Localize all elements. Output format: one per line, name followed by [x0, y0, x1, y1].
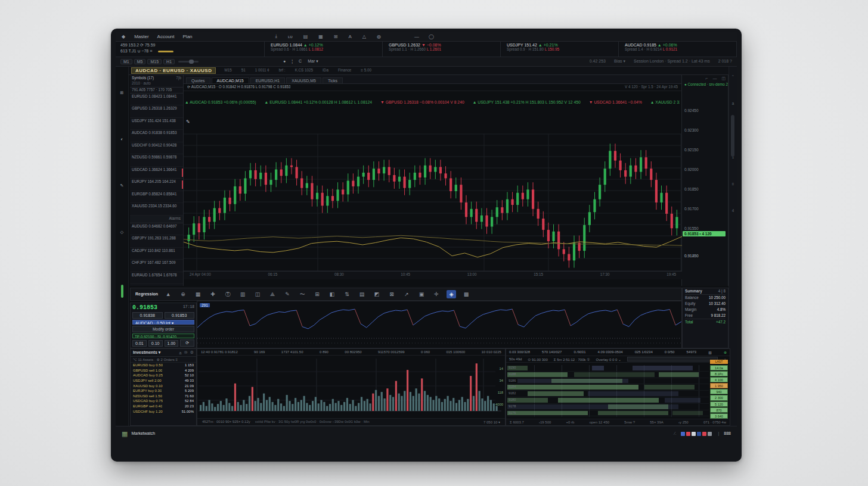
marker-icon[interactable]: ◇: [120, 230, 123, 235]
marketwatch-icon[interactable]: ▦: [122, 430, 128, 438]
delete-icon[interactable]: ⊠: [387, 290, 396, 298]
menu-plan[interactable]: Plan: [179, 33, 197, 40]
left-strip-indicator[interactable]: [121, 285, 123, 298]
position-row[interactable]: USDCHF buy 1.2051.00%: [131, 409, 196, 414]
crosshair-icon[interactable]: ✚: [208, 290, 218, 298]
watchlist-row[interactable]: XAUUSD 2334.15 2334.60: [130, 203, 183, 216]
position-row[interactable]: GBPUSD sell 1.004 209: [131, 368, 196, 373]
watchlist-row[interactable]: EURJPY 164.205 164.224: [130, 179, 183, 191]
position-row[interactable]: AUDCAD buy 0.2552 10: [131, 373, 196, 378]
autotrade-icon[interactable]: A: [346, 33, 354, 40]
add-panel-icon[interactable]: ⊞: [312, 290, 322, 298]
strip-glyph[interactable]: 4: [732, 209, 734, 213]
ladder-cell[interactable]: 3 640: [710, 413, 728, 419]
position-row[interactable]: USDCAD buy 0.7552 84: [131, 398, 196, 404]
volume-bar-chart[interactable]: [197, 356, 505, 417]
edit-icon[interactable]: ✎: [120, 183, 124, 188]
wave-tool-icon[interactable]: 〜: [297, 290, 307, 298]
grid-icon[interactable]: ▦: [193, 290, 203, 298]
minimize-icon[interactable]: —: [412, 33, 421, 40]
collapse-icon[interactable]: ⌐: [705, 76, 708, 81]
shade-icon[interactable]: ◩: [372, 290, 382, 298]
triangle-tool-icon[interactable]: ⟁: [268, 290, 277, 298]
timeframe-h1[interactable]: H1: [163, 59, 175, 64]
tab-eurusd-h1[interactable]: EURUSD,H1: [250, 77, 285, 83]
text-tool-icon[interactable]: Ⓣ: [223, 290, 232, 298]
minimize-icon[interactable]: —: [712, 76, 717, 81]
depth-filter-input[interactable]: [627, 357, 718, 362]
ladder-cell[interactable]: 8.1Pc: [710, 371, 728, 376]
snapshot-icon[interactable]: ▣: [417, 290, 426, 298]
toolbar-item[interactable]: ¦: [292, 59, 293, 64]
split-view-icon[interactable]: ◫: [253, 290, 262, 298]
trendline-icon[interactable]: ↗: [402, 290, 411, 298]
buy-button[interactable]: 0.91853: [165, 312, 195, 319]
selected-symbols[interactable]: AUDCAD · EURUSD · XAUUSD: [131, 67, 216, 74]
timeframe-m5[interactable]: M5: [134, 59, 146, 64]
watchlist-row[interactable]: NZDUSD 0.59861 0.59878: [130, 154, 183, 167]
status-label[interactable]: Marketwatch: [131, 431, 155, 436]
timeframe-m1[interactable]: M1: [120, 59, 132, 64]
watchlist-row[interactable]: USDCHF 0.90412 0.90428: [130, 142, 183, 155]
strip-glyph[interactable]: ≡: [732, 182, 734, 186]
ladder-cell[interactable]: 14.0a: [710, 365, 728, 370]
zoom-slider[interactable]: [178, 61, 199, 63]
tab-xauusd-m5[interactable]: XAUUSD,M5: [286, 77, 321, 83]
tick-line-chart[interactable]: [197, 301, 681, 348]
download-icon[interactable]: ⤓: [273, 33, 280, 40]
position-row[interactable]: EURJPY buy 0.305 209: [131, 388, 196, 394]
lot-button[interactable]: 1.00: [165, 340, 179, 347]
position-row[interactable]: NZDUSD sell 1.5071 60: [131, 394, 196, 399]
symbolbar-item[interactable]: Finance: [338, 68, 351, 73]
depth-heatmap-rows[interactable]: 91909188918691849182918091789176: [507, 365, 709, 417]
strip-glyph[interactable]: ⌃: [731, 75, 734, 79]
position-row[interactable]: USDJPY sell 2.0049 33: [131, 378, 196, 384]
fill-tool-icon[interactable]: ◧: [327, 290, 337, 298]
ladder-cell[interactable]: 1 950: [710, 383, 728, 388]
list-view-icon[interactable]: ▤: [301, 33, 311, 40]
book-icon[interactable]: ▧: [708, 350, 712, 354]
symbolbar-item[interactable]: IDa: [323, 68, 328, 73]
draw-icon[interactable]: ✎: [283, 290, 292, 298]
tab-ticks[interactable]: Ticks: [323, 77, 343, 83]
watchlist-row[interactable]: EURAUD 1.67654 1.67678: [130, 272, 183, 285]
tab-quotes[interactable]: Quotes: [186, 77, 210, 83]
watchlist-row[interactable]: CADJPY 110.842 110.861: [130, 248, 183, 260]
menu-master[interactable]: Master: [130, 33, 153, 40]
positions-icon[interactable]: a: [179, 351, 182, 355]
candlestick-chart[interactable]: [184, 91, 682, 271]
ladder-cell[interactable]: 5 120: [710, 401, 728, 407]
position-row[interactable]: XAUUSD buy 0.1021 09: [131, 383, 196, 388]
symbolbar-item[interactable]: ≡ 5.00: [361, 68, 371, 73]
symbolbar-item[interactable]: brf :: [279, 68, 286, 73]
scrollbar-thumb[interactable]: [731, 115, 734, 157]
ladder-cell[interactable]: 940: [710, 389, 728, 394]
session-slider[interactable]: [158, 51, 173, 52]
rows-icon[interactable]: ▤: [357, 290, 367, 298]
watchlist-row[interactable]: GBPUSD 1.26318 1.26329: [130, 105, 183, 118]
instrument-select[interactable]: AUDCAD · 0.50 lot ▾: [132, 320, 194, 325]
new-order-icon[interactable]: ⊕: [178, 290, 188, 298]
position-row[interactable]: EURUSD buy 0.501 153: [131, 363, 196, 368]
watchlist-row[interactable]: AUDUSD 0.64682 0.64697: [130, 223, 183, 236]
positions-icon[interactable]: ⚙: [190, 350, 194, 355]
buy-order-icon[interactable]: ▲: [163, 290, 173, 298]
indicator-icon[interactable]: ▥: [238, 290, 247, 298]
watchlist-row[interactable]: EURUSD 1.08423 1.08441: [130, 94, 183, 106]
symbolbar-item[interactable]: 51: [241, 68, 246, 73]
connection-icon[interactable]: ◯: [426, 33, 436, 40]
watchlist-row[interactable]: AUDCAD 0.91838 0.91853: [130, 130, 183, 142]
watchlist-row[interactable]: USDJPY 151.424 151.438: [130, 118, 183, 130]
add-level-icon[interactable]: ⊕: [724, 350, 727, 354]
move-icon[interactable]: ✛: [432, 290, 441, 298]
position-row[interactable]: EURGBP sell 0.4020 23: [131, 404, 196, 409]
menu-account[interactable]: Account: [153, 33, 179, 40]
ladder-cell[interactable]: 870: [710, 407, 728, 413]
symbolbar-item[interactable]: 1 0011 ¢: [255, 68, 269, 73]
positions-title[interactable]: Investments ▾: [133, 350, 160, 355]
alerts-icon[interactable]: △: [360, 33, 368, 40]
lot-button[interactable]: 0.10: [148, 340, 163, 347]
layout-icon[interactable]: ʟᴜ: [286, 33, 295, 40]
pattern-icon[interactable]: ▩: [461, 290, 471, 298]
symbolbar-item[interactable]: M15: [224, 68, 231, 73]
